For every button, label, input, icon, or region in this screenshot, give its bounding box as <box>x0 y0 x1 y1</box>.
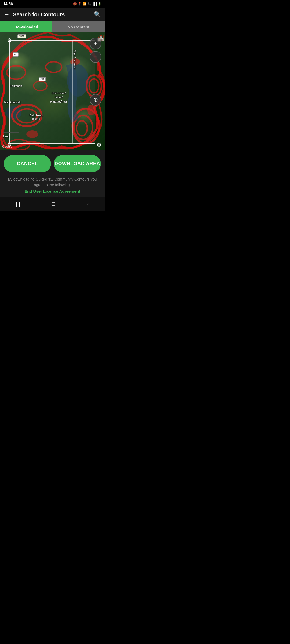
page-title: Search for Contours <box>13 12 90 18</box>
tab-no-content[interactable]: No Content <box>52 21 105 32</box>
mute-icon: 🔕 <box>73 2 77 6</box>
cancel-button[interactable]: CANCEL <box>4 155 51 172</box>
navigation-bar: ||| □ ‹ <box>0 197 105 211</box>
action-buttons: CANCEL DOWNLOAD AREA <box>4 155 101 172</box>
location-icon: 📍 <box>78 2 82 6</box>
eula-link[interactable]: End User Licence Agreement <box>4 189 101 193</box>
scale-label: 2 km <box>3 135 9 138</box>
tab-downloaded[interactable]: Downloaded <box>0 21 52 32</box>
compass-button[interactable]: ⊕ <box>90 94 102 106</box>
signal-icon: ▐▐ <box>92 2 97 5</box>
wifi-icon: 📶 <box>83 2 86 6</box>
nav-back-icon[interactable]: ‹ <box>87 201 89 207</box>
handle-bottom-left[interactable] <box>8 143 11 147</box>
scale-line <box>3 132 19 133</box>
agreement-text: By downloading Quickdraw Community Conto… <box>8 177 97 187</box>
status-time: 14:56 <box>3 2 13 6</box>
tab-bar: Downloaded No Content <box>0 21 105 32</box>
search-icon[interactable]: 🔍 <box>94 11 101 18</box>
scale-bar: 2 km <box>3 132 19 138</box>
phone-icon: 📞 <box>88 2 91 6</box>
handle-top-left[interactable] <box>8 38 11 42</box>
zoom-out-button[interactable]: − <box>90 51 102 63</box>
battery-icon: 🔋 <box>98 2 102 6</box>
zoom-controls: + − <box>90 38 102 63</box>
agreement-section: By downloading Quickdraw Community Conto… <box>4 177 101 197</box>
map-view[interactable]: + − ⊕ 🏰 1525 87 211 Southport Fort Caswe… <box>0 32 105 150</box>
bottom-panel: CANCEL DOWNLOAD AREA By downloading Quic… <box>0 150 105 197</box>
nav-menu-icon[interactable]: ||| <box>16 201 20 207</box>
status-bar: 14:56 🔕 📍 📶 📞 ▐▐ 🔋 <box>0 0 105 8</box>
road-sign-1525: 1525 <box>17 34 26 38</box>
handle-bottom-right[interactable] <box>97 143 101 147</box>
selection-rectangle[interactable] <box>9 40 95 144</box>
back-button[interactable]: ← <box>4 11 10 18</box>
castle-icon: 🏰 <box>97 34 105 41</box>
download-area-button[interactable]: DOWNLOAD AREA <box>54 155 101 172</box>
app-header: ← Search for Contours 🔍 <box>0 8 105 21</box>
status-icons: 🔕 📍 📶 📞 ▐▐ 🔋 <box>73 2 102 6</box>
nav-home-icon[interactable]: □ <box>52 201 55 207</box>
